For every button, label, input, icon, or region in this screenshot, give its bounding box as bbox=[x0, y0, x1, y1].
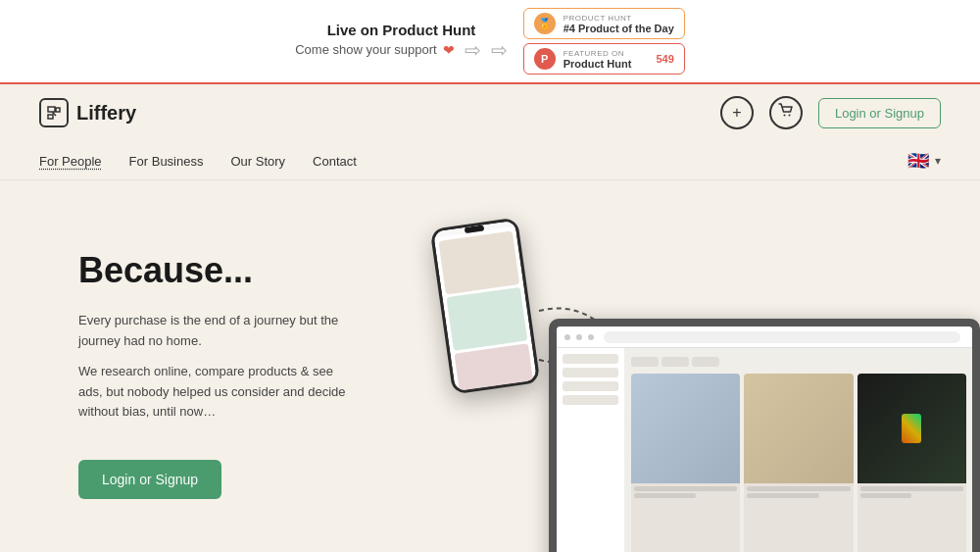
banner-sub-text: Come show your support ❤ ⇨ ⇨ bbox=[295, 38, 508, 62]
subnav-item-for-people[interactable]: For People bbox=[39, 152, 102, 170]
subnav-links: For People For Business Our Story Contac… bbox=[39, 152, 357, 170]
phone-mockup bbox=[430, 218, 541, 395]
hero-section: Because... Every purchase is the end of … bbox=[0, 180, 980, 552]
hero-paragraph-2: We research online, compare products & s… bbox=[78, 362, 353, 423]
login-signup-button[interactable]: Login or Signup bbox=[818, 98, 941, 128]
subnav-item-contact[interactable]: Contact bbox=[313, 152, 357, 170]
banner-text-group: Live on Product Hunt Come show your supp… bbox=[295, 22, 508, 62]
plus-icon: + bbox=[732, 104, 741, 122]
logo-name: Liffery bbox=[76, 102, 136, 125]
arrow-icon-2: ⇨ bbox=[491, 38, 508, 62]
hero-headline: Because... bbox=[78, 249, 353, 291]
cart-icon bbox=[778, 103, 794, 123]
hero-cta-button[interactable]: Login or Signup bbox=[78, 460, 221, 499]
hero-paragraph-1: Every purchase is the end of a journey b… bbox=[78, 311, 353, 352]
subnav: For People For Business Our Story Contac… bbox=[0, 141, 980, 180]
logo-link[interactable]: Liffery bbox=[39, 98, 136, 127]
ph-badge-top[interactable]: 🏅 PRODUCT HUNT #4 Product of the Day bbox=[523, 8, 685, 39]
hero-text: Because... Every purchase is the end of … bbox=[78, 229, 353, 499]
cart-button[interactable] bbox=[769, 96, 803, 129]
svg-point-0 bbox=[783, 115, 785, 117]
ph-badge-featured[interactable]: P FEATURED ON Product Hunt 549 bbox=[523, 43, 685, 75]
ph-top-icon: 🏅 bbox=[534, 13, 556, 34]
top-banner: Live on Product Hunt Come show your supp… bbox=[0, 0, 980, 84]
ph-badges: 🏅 PRODUCT HUNT #4 Product of the Day P F… bbox=[523, 8, 685, 75]
navbar: Liffery + Login or Signup bbox=[0, 84, 980, 141]
svg-point-1 bbox=[788, 115, 790, 117]
banner-live-text: Live on Product Hunt bbox=[327, 22, 476, 38]
language-selector[interactable]: 🇬🇧 ▾ bbox=[907, 150, 941, 172]
flag-icon: 🇬🇧 bbox=[907, 150, 929, 172]
laptop-mockup bbox=[549, 319, 980, 552]
add-button[interactable]: + bbox=[720, 96, 754, 129]
heart-icon: ❤ bbox=[443, 42, 455, 58]
subnav-item-for-business[interactable]: For Business bbox=[129, 152, 204, 170]
devices-illustration bbox=[363, 213, 980, 552]
nav-right: + Login or Signup bbox=[720, 96, 941, 129]
logo-icon bbox=[39, 98, 69, 127]
subnav-item-our-story[interactable]: Our Story bbox=[230, 152, 285, 170]
chevron-down-icon: ▾ bbox=[935, 154, 941, 168]
ph-featured-icon: P bbox=[534, 48, 556, 70]
arrow-icon-1: ⇨ bbox=[465, 38, 481, 62]
